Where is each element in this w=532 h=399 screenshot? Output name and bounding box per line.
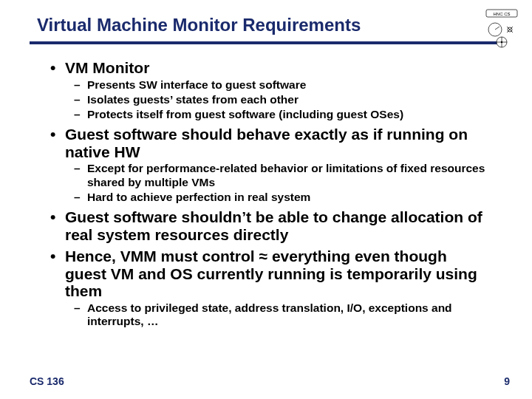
footer-course: CS 136 xyxy=(30,375,64,387)
bullet-level-1: •Hence, VMM must control ≈ everything ev… xyxy=(50,248,488,300)
svg-point-10 xyxy=(501,41,502,43)
bullet-level-2: –Access to privileged state, address tra… xyxy=(74,301,488,329)
bullet-level-2: –Isolates guests’ states from each other xyxy=(74,93,488,106)
bullet-level-1: •Guest software shouldn’t be able to cha… xyxy=(50,208,488,243)
bullet-level-2: –Hard to achieve perfection in real syst… xyxy=(74,191,488,204)
bullet-level-2: –Presents SW interface to guest software xyxy=(74,78,488,92)
bullet-level-2: –Except for performance-related behavior… xyxy=(74,162,488,189)
corner-logo: HNC CS xyxy=(482,9,522,49)
title-underline xyxy=(30,41,502,44)
footer-page: 9 xyxy=(504,375,510,387)
slide-content: •VM Monitor–Presents SW interface to gue… xyxy=(30,52,502,328)
slide-title: Virtual Machine Monitor Requirements xyxy=(37,15,502,35)
bullet-level-1: •VM Monitor xyxy=(50,59,488,77)
bullet-level-1: •Guest software should behave exactly as… xyxy=(50,126,488,160)
svg-text:HNC  CS: HNC CS xyxy=(493,12,510,16)
bullet-level-2: –Protects itself from guest software (in… xyxy=(74,108,488,121)
